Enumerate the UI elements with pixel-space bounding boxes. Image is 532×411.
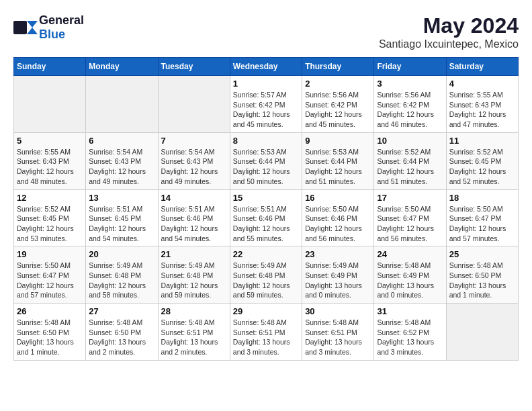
- day-number: 3: [377, 79, 443, 89]
- day-info: Sunrise: 5:57 AMSunset: 6:42 PMDaylight:…: [233, 90, 299, 130]
- logo-general: General: [39, 13, 84, 28]
- day-info: Sunrise: 5:50 AMSunset: 6:47 PMDaylight:…: [17, 261, 83, 300]
- calendar-cell: 19Sunrise: 5:50 AMSunset: 6:47 PMDayligh…: [14, 246, 86, 304]
- header-tuesday: Tuesday: [158, 58, 230, 76]
- day-info: Sunrise: 5:50 AMSunset: 6:47 PMDaylight:…: [377, 204, 443, 244]
- day-info: Sunrise: 5:53 AMSunset: 6:44 PMDaylight:…: [305, 147, 371, 187]
- day-number: 30: [305, 306, 371, 316]
- day-info: Sunrise: 5:51 AMSunset: 6:45 PMDaylight:…: [89, 204, 154, 244]
- calendar-cell: 11Sunrise: 5:52 AMSunset: 6:45 PMDayligh…: [446, 132, 518, 189]
- calendar-cell: 15Sunrise: 5:51 AMSunset: 6:46 PMDayligh…: [230, 189, 302, 246]
- header-friday: Friday: [374, 58, 446, 76]
- header-monday: Monday: [86, 58, 158, 76]
- day-info: Sunrise: 5:52 AMSunset: 6:44 PMDaylight:…: [377, 147, 443, 187]
- calendar-week-5: 26Sunrise: 5:48 AMSunset: 6:50 PMDayligh…: [14, 304, 519, 361]
- logo-blue: Blue: [39, 28, 65, 41]
- day-info: Sunrise: 5:49 AMSunset: 6:48 PMDaylight:…: [233, 261, 299, 300]
- day-info: Sunrise: 5:49 AMSunset: 6:49 PMDaylight:…: [305, 261, 371, 300]
- calendar-cell: 4Sunrise: 5:55 AMSunset: 6:43 PMDaylight…: [446, 76, 518, 133]
- calendar-cell: 8Sunrise: 5:53 AMSunset: 6:44 PMDaylight…: [230, 132, 302, 189]
- day-number: 22: [233, 249, 299, 259]
- day-number: 2: [305, 79, 371, 89]
- day-info: Sunrise: 5:56 AMSunset: 6:42 PMDaylight:…: [377, 90, 443, 130]
- day-number: 27: [89, 306, 154, 316]
- day-info: Sunrise: 5:54 AMSunset: 6:43 PMDaylight:…: [161, 147, 227, 187]
- calendar-cell: 29Sunrise: 5:48 AMSunset: 6:51 PMDayligh…: [230, 304, 302, 361]
- day-number: 8: [233, 136, 299, 146]
- day-info: Sunrise: 5:56 AMSunset: 6:42 PMDaylight:…: [305, 90, 371, 130]
- day-number: 17: [377, 193, 443, 203]
- header-wednesday: Wednesday: [230, 58, 302, 76]
- calendar-cell: 13Sunrise: 5:51 AMSunset: 6:45 PMDayligh…: [86, 189, 158, 246]
- day-number: 18: [449, 193, 515, 203]
- month-year-title: May 2024: [379, 13, 519, 38]
- calendar-cell: 16Sunrise: 5:50 AMSunset: 6:46 PMDayligh…: [302, 189, 374, 246]
- day-info: Sunrise: 5:48 AMSunset: 6:51 PMDaylight:…: [161, 318, 227, 357]
- calendar-week-2: 5Sunrise: 5:55 AMSunset: 6:43 PMDaylight…: [14, 132, 519, 189]
- day-number: 26: [17, 306, 83, 316]
- day-number: 4: [449, 79, 515, 89]
- calendar-cell: [86, 76, 158, 133]
- day-info: Sunrise: 5:53 AMSunset: 6:44 PMDaylight:…: [233, 147, 299, 187]
- day-info: Sunrise: 5:55 AMSunset: 6:43 PMDaylight:…: [449, 90, 515, 130]
- day-info: Sunrise: 5:48 AMSunset: 6:49 PMDaylight:…: [377, 261, 443, 300]
- header-sunday: Sunday: [14, 58, 86, 76]
- day-number: 25: [449, 249, 515, 259]
- day-number: 29: [233, 306, 299, 316]
- calendar-week-3: 12Sunrise: 5:52 AMSunset: 6:45 PMDayligh…: [14, 189, 519, 246]
- header-saturday: Saturday: [446, 58, 518, 76]
- day-number: 6: [89, 136, 154, 146]
- calendar-cell: 17Sunrise: 5:50 AMSunset: 6:47 PMDayligh…: [374, 189, 446, 246]
- calendar-cell: 27Sunrise: 5:48 AMSunset: 6:50 PMDayligh…: [86, 304, 158, 361]
- calendar-cell: 6Sunrise: 5:54 AMSunset: 6:43 PMDaylight…: [86, 132, 158, 189]
- calendar-week-4: 19Sunrise: 5:50 AMSunset: 6:47 PMDayligh…: [14, 246, 519, 304]
- calendar-cell: [158, 76, 230, 133]
- calendar-cell: 1Sunrise: 5:57 AMSunset: 6:42 PMDaylight…: [230, 76, 302, 133]
- title-block: May 2024 Santiago Ixcuintepec, Mexico: [379, 13, 519, 50]
- day-number: 9: [305, 136, 371, 146]
- calendar-cell: 26Sunrise: 5:48 AMSunset: 6:50 PMDayligh…: [14, 304, 86, 361]
- calendar-cell: [14, 76, 86, 133]
- day-info: Sunrise: 5:50 AMSunset: 6:47 PMDaylight:…: [449, 204, 515, 244]
- svg-rect-0: [13, 21, 27, 34]
- calendar-cell: 2Sunrise: 5:56 AMSunset: 6:42 PMDaylight…: [302, 76, 374, 133]
- day-number: 5: [17, 136, 83, 146]
- day-info: Sunrise: 5:55 AMSunset: 6:43 PMDaylight:…: [17, 147, 83, 187]
- day-number: 7: [161, 136, 227, 146]
- day-number: 28: [161, 306, 227, 316]
- svg-marker-2: [27, 28, 38, 34]
- calendar-cell: 21Sunrise: 5:49 AMSunset: 6:48 PMDayligh…: [158, 246, 230, 304]
- day-number: 12: [17, 193, 83, 203]
- day-number: 23: [305, 249, 371, 259]
- day-info: Sunrise: 5:50 AMSunset: 6:46 PMDaylight:…: [305, 204, 371, 244]
- day-info: Sunrise: 5:48 AMSunset: 6:51 PMDaylight:…: [233, 318, 299, 357]
- calendar-cell: 10Sunrise: 5:52 AMSunset: 6:44 PMDayligh…: [374, 132, 446, 189]
- day-info: Sunrise: 5:52 AMSunset: 6:45 PMDaylight:…: [17, 204, 83, 244]
- day-info: Sunrise: 5:48 AMSunset: 6:50 PMDaylight:…: [17, 318, 83, 357]
- location-subtitle: Santiago Ixcuintepec, Mexico: [379, 38, 519, 50]
- day-info: Sunrise: 5:48 AMSunset: 6:52 PMDaylight:…: [377, 318, 443, 357]
- day-info: Sunrise: 5:52 AMSunset: 6:45 PMDaylight:…: [449, 147, 515, 187]
- calendar-cell: 25Sunrise: 5:48 AMSunset: 6:50 PMDayligh…: [446, 246, 518, 304]
- logo-icon: [13, 18, 38, 37]
- day-number: 11: [449, 136, 515, 146]
- logo: General Blue: [13, 13, 84, 42]
- day-info: Sunrise: 5:49 AMSunset: 6:48 PMDaylight:…: [89, 261, 154, 300]
- calendar-cell: 5Sunrise: 5:55 AMSunset: 6:43 PMDaylight…: [14, 132, 86, 189]
- day-number: 31: [377, 306, 443, 316]
- calendar-cell: 7Sunrise: 5:54 AMSunset: 6:43 PMDaylight…: [158, 132, 230, 189]
- day-info: Sunrise: 5:48 AMSunset: 6:50 PMDaylight:…: [449, 261, 515, 300]
- day-number: 16: [305, 193, 371, 203]
- day-number: 1: [233, 79, 299, 89]
- calendar-cell: 24Sunrise: 5:48 AMSunset: 6:49 PMDayligh…: [374, 246, 446, 304]
- day-number: 24: [377, 249, 443, 259]
- calendar-cell: 9Sunrise: 5:53 AMSunset: 6:44 PMDaylight…: [302, 132, 374, 189]
- day-number: 15: [233, 193, 299, 203]
- day-number: 13: [89, 193, 154, 203]
- calendar-cell: 30Sunrise: 5:48 AMSunset: 6:51 PMDayligh…: [302, 304, 374, 361]
- page-header: General Blue May 2024 Santiago Ixcuintep…: [13, 13, 519, 50]
- calendar-cell: 14Sunrise: 5:51 AMSunset: 6:46 PMDayligh…: [158, 189, 230, 246]
- day-info: Sunrise: 5:54 AMSunset: 6:43 PMDaylight:…: [89, 147, 154, 187]
- day-number: 10: [377, 136, 443, 146]
- calendar-cell: 20Sunrise: 5:49 AMSunset: 6:48 PMDayligh…: [86, 246, 158, 304]
